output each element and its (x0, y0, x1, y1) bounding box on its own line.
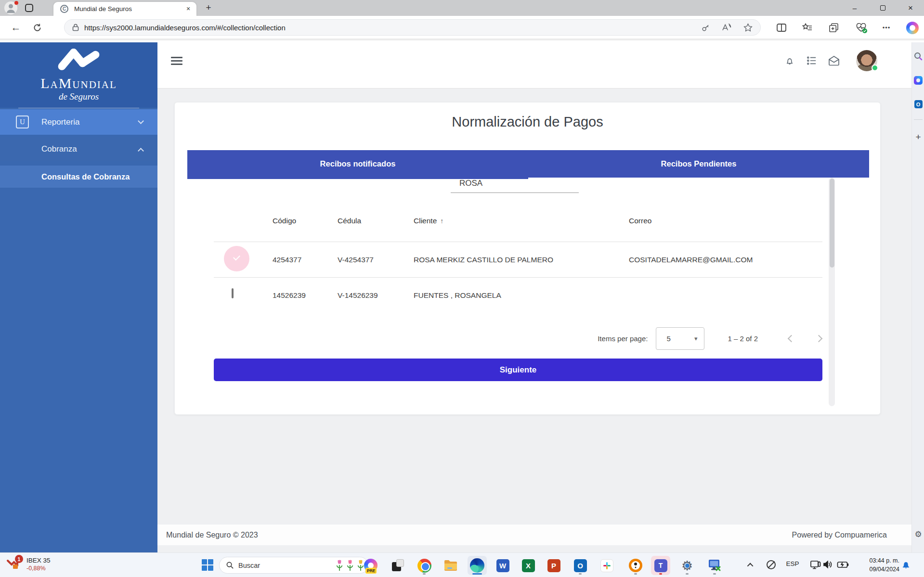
search-value: ROSA (451, 178, 579, 192)
browser-essentials-icon[interactable] (854, 20, 868, 35)
row-checkbox-unchecked[interactable] (232, 289, 244, 302)
next-page-button[interactable] (815, 334, 823, 342)
copilot-icon[interactable] (906, 22, 919, 34)
app-region: LaMundial de Seguros U Reporteria Cobran… (0, 42, 924, 552)
user-avatar[interactable] (856, 50, 877, 71)
window-minimize-button[interactable]: – (844, 0, 866, 16)
sidebar-outlook-icon[interactable]: O (912, 100, 924, 108)
language-indicator[interactable]: ESP (784, 560, 801, 567)
clock[interactable]: 03:44 p. m. 09/04/2024 (856, 556, 899, 574)
main-area: Normalización de Pagos Recibos notificad… (157, 42, 911, 552)
sidebar-microsoft365-icon[interactable] (912, 76, 924, 85)
cell-codigo: 14526239 (273, 291, 338, 300)
sidebar-add-icon[interactable]: + (912, 132, 924, 142)
running-indicator (579, 573, 582, 575)
url-text[interactable]: https://sys2000.lamundialdeseguros.com/#… (84, 24, 286, 32)
running-indicator-alert (659, 573, 662, 575)
start-button[interactable] (202, 559, 214, 571)
sidebar-divider (18, 108, 139, 108)
tab-recibos-pendientes[interactable]: Recibos Pendientes (528, 150, 869, 178)
remote-desktop-app-icon[interactable] (705, 556, 724, 575)
file-explorer-app-icon[interactable] (441, 556, 460, 575)
split-screen-icon[interactable] (774, 20, 789, 35)
table-row[interactable]: 4254377 V-4254377 ROSA MERKIZ CASTILLO D… (214, 242, 822, 278)
outlook-app-icon[interactable]: O (571, 556, 590, 575)
sidebar-search-icon[interactable] (912, 52, 924, 61)
search-icon (226, 562, 234, 569)
site-favicon: C (60, 5, 68, 13)
sidebar-item-consultas-de-cobranza[interactable]: Consultas de Cobranza (0, 166, 157, 188)
more-menu-icon[interactable]: ••• (879, 20, 894, 35)
siguiente-button[interactable]: Siguiente (214, 359, 822, 381)
edge-sidebar: O + ⚙ (911, 42, 924, 552)
cell-cedula: V-4254377 (338, 256, 414, 264)
tab-close-icon[interactable]: × (184, 5, 193, 13)
chrome-app-icon[interactable] (415, 556, 434, 575)
snip-app-icon[interactable] (388, 556, 407, 575)
column-header-codigo[interactable]: Código (273, 217, 338, 225)
profile-alert-dot (14, 1, 18, 5)
receipts-tabbar: Recibos notificados Recibos Pendientes (187, 150, 869, 178)
edge-app-icon[interactable] (468, 556, 487, 575)
range-label: 1 – 2 of 2 (728, 334, 758, 343)
browser-toolbar: ← https://sys2000.lamundialdeseguros.com… (0, 16, 924, 40)
column-header-correo[interactable]: Correo (629, 217, 822, 225)
tab-recibos-notificados[interactable]: Recibos notificados (187, 150, 528, 178)
menu-toggle-button[interactable] (171, 57, 182, 67)
task-list-icon[interactable] (806, 55, 818, 66)
refresh-button[interactable] (30, 20, 44, 35)
back-button[interactable]: ← (9, 20, 23, 35)
widgets-button[interactable]: 1 IBEX 35 -0,88% (6, 556, 51, 574)
logo-tagline: de Seguros (0, 91, 157, 108)
openvpn-app-icon[interactable] (626, 556, 645, 575)
restore-icon (880, 5, 885, 11)
footer-copyright: Mundial de Seguro © 2023 (166, 531, 258, 539)
teams-app-icon[interactable]: T (651, 556, 670, 575)
taskbar-search[interactable]: Buscar (219, 557, 368, 574)
collections-icon[interactable] (826, 20, 841, 35)
browser-tab[interactable]: C Mundial de Seguros × (53, 2, 196, 16)
powerpoint-app-icon[interactable]: P (544, 556, 563, 575)
address-bar[interactable]: https://sys2000.lamundialdeseguros.com/#… (64, 19, 761, 36)
mail-icon[interactable] (828, 55, 840, 66)
brand-logo: LaMundial de Seguros (0, 42, 157, 108)
do-not-disturb-icon[interactable] (766, 559, 776, 570)
remote-session-icon[interactable] (810, 559, 821, 571)
battery-saver-icon[interactable] (837, 560, 849, 569)
favorite-star-icon[interactable] (743, 23, 753, 32)
new-tab-button[interactable]: + (202, 1, 215, 14)
excel-app-icon[interactable]: X (519, 556, 538, 575)
column-header-cedula[interactable]: Cédula (338, 217, 414, 225)
copilot-preview-app-icon[interactable]: PRE (361, 556, 380, 575)
tray-hidden-icons-chevron[interactable] (745, 560, 756, 570)
password-key-icon[interactable] (701, 23, 710, 32)
read-aloud-icon[interactable] (722, 23, 732, 32)
window-close-button[interactable]: × (899, 0, 922, 16)
notifications-bell-icon[interactable] (784, 55, 795, 66)
panel-scrollbar[interactable] (829, 178, 835, 406)
online-status-dot (872, 64, 878, 71)
column-header-cliente[interactable]: Cliente↑ (414, 217, 629, 225)
previous-page-button[interactable] (788, 334, 795, 342)
notification-center-bell-icon[interactable] (901, 560, 911, 570)
window-restore-button[interactable] (872, 0, 894, 16)
table-row[interactable]: 14526239 V-14526239 FUENTES , ROSANGELA (214, 278, 822, 313)
sidebar-settings-gear-icon[interactable]: ⚙ (912, 529, 924, 539)
tab-search-icon[interactable] (25, 4, 33, 12)
page-size-select[interactable]: 5 ▾ (656, 327, 704, 350)
slack-app-icon[interactable] (597, 556, 616, 575)
footer-powered-by: Powered by Compuamerica (792, 531, 887, 539)
volume-icon[interactable] (822, 559, 833, 570)
favorites-list-icon[interactable] (800, 20, 814, 35)
sidebar-item-reporteria[interactable]: U Reporteria (0, 109, 157, 135)
client-search-input[interactable]: ROSA (451, 178, 579, 193)
essentials-check-badge (862, 28, 867, 33)
settings-app-icon[interactable]: ⚙ (677, 556, 697, 575)
logo-name: LaMundial (0, 75, 157, 91)
word-app-icon[interactable]: W (493, 556, 512, 575)
sidebar-item-cobranza[interactable]: Cobranza (0, 137, 157, 161)
select-all-checkbox[interactable] (232, 215, 244, 227)
running-indicator (713, 573, 716, 575)
row-checkbox-checked[interactable] (232, 254, 244, 266)
app-header (157, 42, 911, 89)
